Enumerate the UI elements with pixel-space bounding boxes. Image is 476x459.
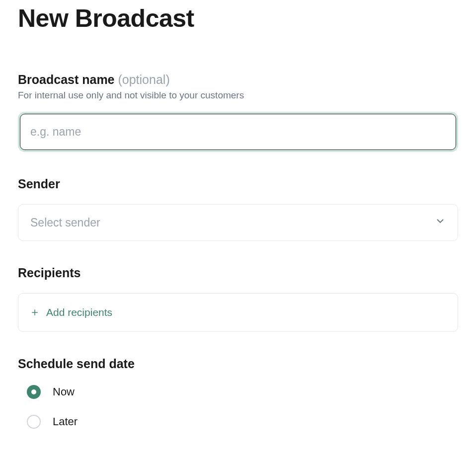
chevron-down-icon [435, 216, 446, 230]
sender-select-placeholder: Select sender [30, 216, 100, 230]
broadcast-name-description: For internal use only and not visible to… [18, 90, 458, 101]
schedule-radio-now-label: Now [53, 385, 75, 398]
add-recipients-label: Add recipients [46, 306, 112, 318]
broadcast-name-label-text: Broadcast name [18, 73, 115, 86]
broadcast-name-label: Broadcast name (optional) [18, 73, 458, 87]
page-title: New Broadcast [18, 4, 458, 33]
broadcast-name-field-group: Broadcast name (optional) For internal u… [18, 73, 458, 152]
recipients-field-group: Recipients Add recipients [18, 266, 458, 332]
broadcast-name-input-wrapper [18, 112, 458, 152]
schedule-radio-now[interactable]: Now [27, 385, 458, 399]
schedule-radio-later[interactable]: Later [27, 415, 458, 429]
schedule-label: Schedule send date [18, 357, 458, 371]
plus-icon [30, 308, 39, 317]
schedule-radio-later-label: Later [53, 415, 78, 428]
schedule-field-group: Schedule send date Now Later [18, 357, 458, 429]
broadcast-name-optional-label: (optional) [118, 73, 169, 86]
sender-select[interactable]: Select sender [18, 204, 458, 241]
add-recipients-button[interactable]: Add recipients [18, 293, 458, 332]
broadcast-name-input[interactable] [20, 114, 456, 150]
schedule-radio-group: Now Later [18, 385, 458, 429]
sender-field-group: Sender Select sender [18, 177, 458, 241]
radio-selected-icon [27, 385, 41, 399]
recipients-label: Recipients [18, 266, 458, 280]
sender-label: Sender [18, 177, 458, 191]
radio-unselected-icon [27, 415, 41, 429]
